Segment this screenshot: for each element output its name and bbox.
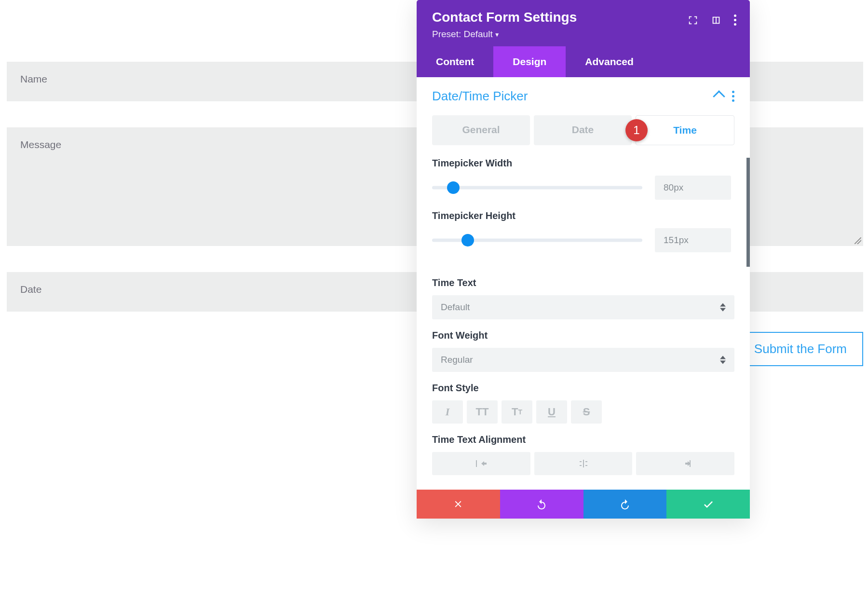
align-left-button[interactable] [432, 452, 530, 475]
smallcaps-button[interactable]: TT [502, 400, 532, 424]
redo-button[interactable] [583, 490, 667, 519]
timepicker-width-label: Timepicker Width [432, 158, 731, 169]
panel-header: Contact Form Settings Preset: Default▼ [417, 0, 750, 46]
svg-rect-4 [585, 461, 587, 462]
svg-rect-0 [476, 460, 477, 467]
undo-button[interactable] [500, 490, 583, 519]
timepicker-width-row: 80px [432, 176, 731, 200]
preset-selector[interactable]: Preset: Default▼ [432, 29, 734, 40]
section-more-icon[interactable] [732, 91, 734, 102]
svg-rect-5 [585, 465, 587, 466]
svg-rect-3 [580, 465, 582, 466]
step-badge: 1 [625, 119, 648, 141]
columns-icon[interactable] [711, 15, 721, 26]
font-weight-label: Font Weight [432, 330, 734, 341]
time-text-select[interactable]: Default [432, 295, 734, 319]
timepicker-height-value[interactable]: 151px [655, 228, 731, 252]
timepicker-height-row: 151px [432, 228, 731, 252]
preset-label: Preset: Default [432, 29, 493, 39]
submit-button[interactable]: Submit the Form [738, 332, 863, 366]
main-tabs: Content Design Advanced [417, 46, 750, 77]
timepicker-height-slider[interactable] [432, 233, 642, 247]
tab-design[interactable]: Design [493, 46, 566, 77]
alignment-buttons [432, 452, 734, 475]
subtab-time[interactable]: 1 Time [636, 115, 734, 145]
alignment-label: Time Text Alignment [432, 434, 734, 445]
subtabs: General Date 1 Time [432, 115, 734, 145]
section-header: Date/Time Picker [417, 77, 750, 109]
time-text-value: Default [441, 302, 470, 312]
font-style-label: Font Style [432, 383, 734, 394]
redo-icon [619, 498, 631, 510]
check-icon [703, 498, 714, 510]
chevron-up-icon[interactable] [713, 90, 725, 102]
panel-footer [417, 490, 750, 519]
save-button[interactable] [666, 490, 750, 519]
italic-button[interactable]: I [432, 400, 463, 424]
align-right-button[interactable] [636, 452, 734, 475]
timepicker-height-label: Timepicker Height [432, 210, 731, 221]
timepicker-width-slider[interactable] [432, 181, 642, 194]
panel-body-upper: Timepicker Width 80px Timepicker Height … [417, 158, 750, 267]
select-arrows-icon [720, 356, 726, 364]
font-style-buttons: I TT TT U S [432, 400, 734, 424]
select-arrows-icon [720, 303, 726, 312]
timepicker-width-value[interactable]: 80px [655, 176, 731, 200]
font-weight-value: Regular [441, 355, 473, 365]
uppercase-button[interactable]: TT [467, 400, 498, 424]
subtab-time-label: Time [673, 124, 697, 136]
section-actions [715, 91, 734, 102]
underline-button[interactable]: U [536, 400, 567, 424]
tab-advanced[interactable]: Advanced [566, 46, 652, 77]
svg-rect-1 [583, 460, 584, 467]
strikethrough-button[interactable]: S [571, 400, 602, 424]
subtab-general[interactable]: General [432, 115, 530, 145]
expand-icon[interactable] [688, 15, 698, 26]
panel-body-lower: Time Text Default Font Weight Regular Fo… [417, 277, 750, 490]
cancel-button[interactable] [417, 490, 500, 519]
svg-rect-2 [580, 461, 582, 462]
subtab-date[interactable]: Date [534, 115, 632, 145]
section-title[interactable]: Date/Time Picker [432, 89, 528, 104]
close-icon [453, 499, 463, 509]
tab-content[interactable]: Content [417, 46, 493, 77]
panel-header-icons [688, 14, 736, 26]
font-weight-select[interactable]: Regular [432, 348, 734, 372]
time-text-label: Time Text [432, 277, 734, 288]
align-center-button[interactable] [534, 452, 633, 475]
undo-icon [536, 498, 547, 510]
settings-panel: Contact Form Settings Preset: Default▼ C… [417, 0, 750, 519]
more-options-icon[interactable] [734, 14, 736, 26]
caret-down-icon: ▼ [494, 31, 500, 38]
